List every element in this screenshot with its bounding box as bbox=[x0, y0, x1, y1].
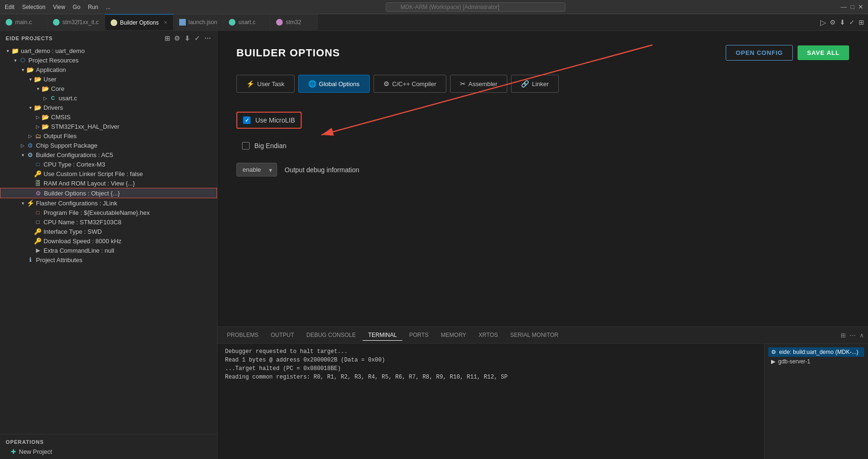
menu-go[interactable]: Go bbox=[73, 4, 80, 10]
sidebar-item-application[interactable]: ▾ 📂 Application bbox=[0, 65, 217, 74]
sidebar-item-project-attrs[interactable]: ℹ Project Attributes bbox=[0, 255, 217, 265]
terminal-close-icon[interactable]: ∧ bbox=[859, 332, 864, 339]
sidebar-build-icon[interactable]: ⚙ bbox=[174, 35, 181, 42]
options-tabs: ⚡ User Task 🌐 Global Options ⚙ C/C++ Com… bbox=[236, 75, 849, 93]
microlib-label: Use MicroLIB bbox=[255, 116, 295, 124]
tab-launch-json[interactable]: launch.json bbox=[174, 14, 224, 30]
tab-global-options[interactable]: 🌐 Global Options bbox=[298, 75, 370, 93]
sidebar-item-linker-script[interactable]: 🔑 Use Custom Linker Script File : false bbox=[0, 169, 217, 178]
tab-problems[interactable]: PROBLEMS bbox=[221, 330, 264, 341]
terminal-tabs: PROBLEMS OUTPUT DEBUG CONSOLE TERMINAL P… bbox=[217, 327, 868, 344]
terminal-side: ⚙ eide: build:uart_demo (MDK-...) ▶ gdb-… bbox=[764, 344, 868, 459]
debug-info-dropdown[interactable]: enable disable bbox=[236, 163, 277, 177]
save-all-button[interactable]: SAVE ALL bbox=[798, 45, 849, 60]
sidebar-item-flasher-config[interactable]: ▾ ⚡ Flasher Configurations : JLink bbox=[0, 198, 217, 208]
tab-linker[interactable]: 🔗 Linker bbox=[511, 75, 558, 93]
big-endian-checkbox[interactable] bbox=[242, 142, 250, 150]
menu-selection[interactable]: Selection bbox=[22, 4, 45, 10]
eide-label: eide: build:uart_demo (MDK-...) bbox=[779, 349, 858, 355]
menu-edit[interactable]: Edit bbox=[5, 4, 15, 10]
program-file-icon: □ bbox=[34, 209, 42, 216]
option-row-microlib: Use MicroLIB bbox=[236, 112, 849, 129]
window-minimize-icon[interactable]: — bbox=[841, 3, 847, 10]
terminal-layout-icon[interactable]: ⊞ bbox=[841, 332, 846, 339]
big-endian-checkbox-wrapper[interactable]: Big Endian bbox=[236, 138, 292, 153]
linker-icon: 🔑 bbox=[34, 170, 42, 177]
top-bar: Edit Selection View Go Run ... — □ ✕ bbox=[0, 0, 868, 14]
sidebar-item-user[interactable]: ▾ 📂 User bbox=[0, 74, 217, 84]
download-speed-icon: 🔑 bbox=[34, 237, 42, 245]
menu-view[interactable]: View bbox=[53, 4, 65, 10]
microlib-checkbox[interactable] bbox=[243, 116, 251, 124]
tab-serial-monitor[interactable]: SERIAL MONITOR bbox=[504, 330, 564, 341]
new-project-icon: ✚ bbox=[9, 448, 17, 455]
sidebar-item-project-resources[interactable]: ▾ ⬡ Project Resources bbox=[0, 55, 217, 65]
output-files-label: Output Files bbox=[43, 132, 77, 140]
tab-assembler[interactable]: ✂ Assembler bbox=[450, 75, 507, 93]
menu-bar[interactable]: Edit Selection View Go Run ... bbox=[5, 4, 111, 10]
sidebar-item-core[interactable]: ▾ 📂 Core bbox=[0, 84, 217, 93]
open-config-button[interactable]: OPEN CONFIG bbox=[726, 45, 793, 61]
sidebar-item-extra-cmd[interactable]: ▶ Extra CommandLine : null bbox=[0, 246, 217, 255]
search-input[interactable] bbox=[386, 2, 565, 12]
flasher-config-label: Flasher Configurations : JLink bbox=[36, 200, 117, 207]
sidebar-item-project-root[interactable]: ▾ 📁 uart_demo : uart_demo bbox=[0, 46, 217, 55]
sidebar-item-download-speed[interactable]: 🔑 Download Speed : 8000 kHz bbox=[0, 236, 217, 246]
extra-cmd-icon: ▶ bbox=[34, 247, 42, 254]
terminal-more-icon[interactable]: ⋯ bbox=[850, 332, 856, 339]
tab-cpp-compiler[interactable]: ⚙ C/C++ Compiler bbox=[373, 75, 446, 93]
tab-stm32[interactable]: stm32 bbox=[270, 14, 318, 30]
sidebar-item-usart-c[interactable]: ▷ C usart.c bbox=[0, 93, 217, 103]
search-area bbox=[120, 2, 831, 12]
download-icon[interactable]: ⬇ bbox=[840, 18, 845, 26]
sidebar-item-hal-driver[interactable]: ▷ 📂 STM32F1xx_HAL_Driver bbox=[0, 122, 217, 131]
debug-icon[interactable]: ⚙ bbox=[830, 18, 836, 26]
sidebar-item-new-project[interactable]: ✚ New Project bbox=[0, 447, 217, 456]
sidebar-item-program-file[interactable]: □ Program File : ${ExecutableName}.hex bbox=[0, 208, 217, 217]
sidebar-download-icon[interactable]: ⬇ bbox=[184, 35, 191, 42]
check-icon[interactable]: ✓ bbox=[849, 18, 855, 26]
window-close-icon[interactable]: ✕ bbox=[858, 3, 863, 10]
sidebar-item-interface-type[interactable]: 🔑 Interface Type : SWD bbox=[0, 227, 217, 236]
sidebar-item-cpu-name[interactable]: □ CPU Name : STM32F103C8 bbox=[0, 217, 217, 227]
sidebar-header: EIDE PROJECTS ⊞ ⚙ ⬇ ✓ ⋯ bbox=[0, 31, 217, 46]
project-label: uart_demo : uart_demo bbox=[21, 47, 85, 54]
sidebar-item-builder-config[interactable]: ▾ ⚙ Builder Configurations : AC5 bbox=[0, 150, 217, 159]
run-icon[interactable]: ▷ bbox=[820, 18, 826, 27]
terminal-side-eide[interactable]: ⚙ eide: build:uart_demo (MDK-...) bbox=[768, 347, 864, 357]
linker-label: Linker bbox=[532, 80, 548, 88]
tab-terminal[interactable]: TERMINAL bbox=[363, 330, 403, 341]
sidebar-item-cmsis[interactable]: ▷ 📂 CMSIS bbox=[0, 112, 217, 122]
terminal-side-gdb[interactable]: ▶ gdb-server-1 bbox=[768, 357, 864, 366]
sidebar-item-cpu-type[interactable]: □ CPU Type : Cortex-M3 bbox=[0, 159, 217, 169]
sidebar-item-chip-support[interactable]: ▷ ⚙ Chip Support Package bbox=[0, 141, 217, 150]
tab-main-c[interactable]: main.c bbox=[0, 14, 47, 30]
tab-user-task[interactable]: ⚡ User Task bbox=[236, 75, 295, 93]
arrow-application: ▾ bbox=[19, 66, 26, 73]
tab-close-builder[interactable]: ✕ bbox=[164, 20, 167, 25]
sidebar-gear-icon[interactable]: ⊞ bbox=[165, 35, 171, 42]
arrow-cpu-name bbox=[26, 218, 34, 226]
sidebar-more-icon[interactable]: ⋯ bbox=[204, 35, 211, 42]
tab-debug-console[interactable]: DEBUG CONSOLE bbox=[301, 330, 362, 341]
tab-icon-launch bbox=[179, 19, 186, 26]
tab-builder-options[interactable]: Builder Options ✕ bbox=[105, 14, 174, 30]
arrow-interface bbox=[26, 228, 34, 235]
tab-usart-c[interactable]: usart.c bbox=[223, 14, 270, 30]
sidebar-item-ram-rom[interactable]: 🗄 RAM And ROM Layout : View {...} bbox=[0, 178, 217, 188]
menu-more[interactable]: ... bbox=[106, 4, 111, 10]
sidebar-item-builder-options-obj[interactable]: ⚙ Builder Options : Object {...} bbox=[0, 188, 217, 198]
tab-memory[interactable]: MEMORY bbox=[435, 330, 472, 341]
tab-stm32f1xx-it[interactable]: stm32f1xx_it.c bbox=[47, 14, 105, 30]
tab-ports[interactable]: PORTS bbox=[403, 330, 434, 341]
window-maximize-icon[interactable]: □ bbox=[851, 3, 854, 10]
sidebar-item-drivers[interactable]: ▾ 📂 Drivers bbox=[0, 103, 217, 112]
microlib-checkbox-wrapper[interactable]: Use MicroLIB bbox=[236, 112, 302, 129]
sidebar-item-output-files[interactable]: ▷ 🗂 Output Files bbox=[0, 131, 217, 141]
global-options-icon: 🌐 bbox=[308, 80, 316, 88]
sidebar-check-icon[interactable]: ✓ bbox=[194, 35, 200, 42]
tab-xrtos[interactable]: XRTOS bbox=[473, 330, 503, 341]
layout-icon[interactable]: ⊞ bbox=[859, 18, 864, 26]
menu-run[interactable]: Run bbox=[88, 4, 98, 10]
tab-output[interactable]: OUTPUT bbox=[265, 330, 300, 341]
